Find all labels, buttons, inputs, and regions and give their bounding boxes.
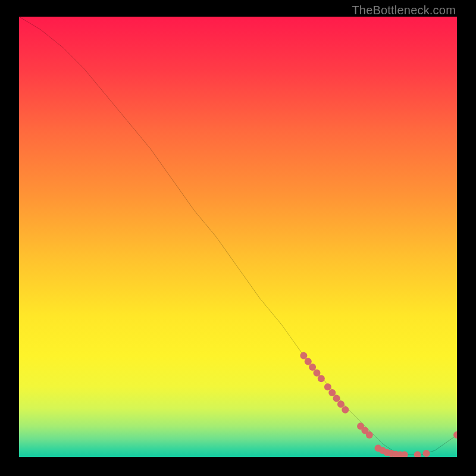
bottleneck-curve (19, 17, 457, 455)
plot-area (19, 17, 457, 457)
data-marker (337, 400, 345, 408)
data-marker (366, 431, 373, 439)
data-marker (333, 395, 340, 402)
data-marker (324, 383, 331, 390)
chart-stage: TheBottleneck.com (0, 0, 476, 476)
data-marker (305, 358, 312, 365)
data-marker (422, 450, 430, 457)
data-marker (328, 389, 336, 396)
data-marker (313, 369, 320, 377)
data-marker (453, 431, 457, 439)
data-marker (342, 406, 349, 414)
data-marker (300, 352, 307, 359)
data-marker (309, 364, 316, 371)
data-marker (318, 375, 325, 382)
curve-markers (300, 352, 457, 457)
data-marker (414, 451, 421, 457)
curve-layer (19, 17, 457, 457)
watermark-text: TheBottleneck.com (352, 4, 456, 17)
